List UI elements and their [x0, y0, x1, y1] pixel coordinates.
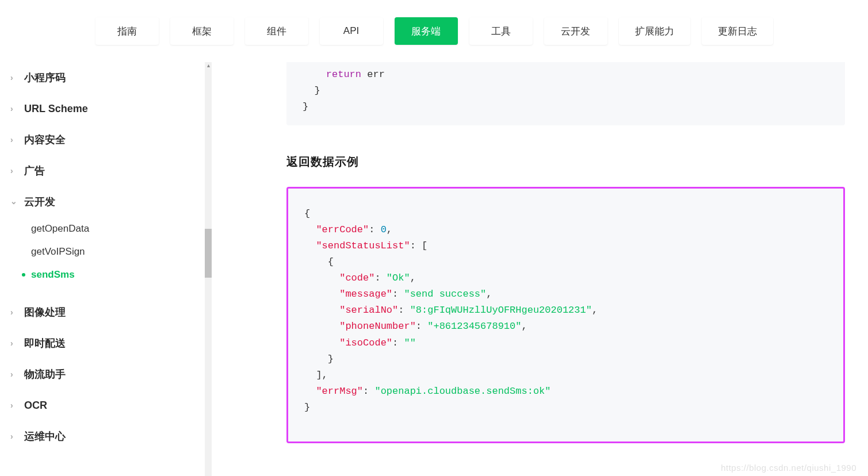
nav-tab-guide[interactable]: 指南	[95, 17, 159, 45]
json-value: "Ok"	[387, 272, 410, 283]
sidebar-item-ocr[interactable]: ›OCR	[5, 390, 212, 421]
chevron-right-icon: ›	[10, 432, 21, 441]
nav-tab-tools[interactable]: 工具	[469, 17, 533, 45]
nav-tab-component[interactable]: 组件	[245, 17, 308, 45]
chevron-right-icon: ›	[10, 166, 21, 175]
nav-tab-label: 更新日志	[718, 25, 757, 38]
nav-tab-changelog[interactable]: 更新日志	[702, 17, 773, 45]
code-snippet-catch: return err } }	[286, 62, 845, 125]
json-key: "isoCode"	[339, 337, 392, 348]
sidebar-item-label: 广告	[24, 164, 45, 178]
sidebar-item-url-scheme[interactable]: ›URL Scheme	[5, 93, 212, 124]
nav-tab-cloud[interactable]: 云开发	[544, 17, 607, 45]
sidebar-item-label: 即时配送	[24, 336, 66, 350]
nav-tab-label: 云开发	[561, 25, 590, 38]
sidebar-item-logistics[interactable]: ›物流助手	[5, 359, 212, 390]
code-var: err	[367, 69, 385, 80]
chevron-right-icon: ›	[10, 401, 21, 410]
sidebar: ›小程序码 ›URL Scheme ›内容安全 ›广告 ⌄云开发 getOpen…	[0, 62, 212, 476]
sidebar-subitem-getopendata[interactable]: getOpenData	[5, 217, 212, 240]
nav-tab-label: API	[343, 25, 359, 37]
code-keyword: return	[326, 69, 361, 80]
json-value: ""	[404, 337, 415, 348]
sidebar-subitem-label: getOpenData	[31, 223, 89, 235]
sidebar-item-ad[interactable]: ›广告	[5, 155, 212, 186]
sidebar-item-label: URL Scheme	[24, 103, 88, 115]
sidebar-subitem-sendsms[interactable]: sendSms	[5, 263, 212, 286]
chevron-right-icon: ›	[10, 339, 21, 348]
chevron-right-icon: ›	[10, 370, 21, 379]
sidebar-subitem-label: sendSms	[31, 269, 75, 281]
code-snippet-json-response: { "errCode": 0, "sendStatusList": [ { "c…	[286, 187, 845, 443]
nav-tab-extend[interactable]: 扩展能力	[619, 17, 690, 45]
json-value: "8:gFIqWUHzllUyOFRHgeu20201231"	[410, 305, 592, 316]
json-key: "errMsg"	[316, 386, 363, 397]
chevron-down-icon: ⌄	[10, 197, 21, 206]
nav-tab-label: 组件	[267, 25, 286, 38]
sidebar-item-label: 云开发	[24, 195, 55, 209]
nav-tab-label: 指南	[117, 25, 137, 38]
nav-tab-api[interactable]: API	[320, 17, 383, 45]
chevron-right-icon: ›	[10, 308, 21, 317]
chevron-right-icon: ›	[10, 135, 21, 144]
sidebar-item-miniprogram-code[interactable]: ›小程序码	[5, 62, 212, 93]
nav-tab-label: 工具	[491, 25, 511, 38]
json-key: "serialNo"	[339, 305, 398, 316]
sidebar-item-content-security[interactable]: ›内容安全	[5, 124, 212, 155]
json-key: "phoneNumber"	[339, 321, 416, 332]
chevron-right-icon: ›	[10, 73, 21, 82]
chevron-right-icon: ›	[10, 104, 21, 113]
sidebar-item-cloud-dev[interactable]: ⌄云开发	[5, 186, 212, 217]
nav-tab-server[interactable]: 服务端	[395, 17, 458, 45]
sidebar-item-label: 图像处理	[24, 305, 66, 319]
content-area: return err } } 返回数据示例 { "errCode": 0, "s…	[212, 62, 868, 476]
watermark-text: https://blog.csdn.net/qiushi_1990	[721, 463, 856, 473]
nav-tab-label: 扩展能力	[635, 25, 674, 38]
top-nav: 指南 框架 组件 API 服务端 工具 云开发 扩展能力 更新日志	[0, 0, 868, 62]
section-title-return-example: 返回数据示例	[286, 154, 845, 170]
json-value: "openapi.cloudbase.sendSms:ok"	[374, 386, 550, 397]
json-key: "code"	[339, 272, 374, 283]
json-key: "message"	[339, 289, 392, 300]
nav-tab-label: 服务端	[411, 25, 441, 38]
json-key: "sendStatusList"	[316, 240, 410, 251]
sidebar-item-label: 物流助手	[24, 367, 66, 381]
sidebar-item-label: 内容安全	[24, 133, 66, 147]
json-value: "send success"	[404, 289, 486, 300]
sidebar-item-label: 运维中心	[24, 429, 66, 443]
sidebar-item-image-proc[interactable]: ›图像处理	[5, 297, 212, 328]
json-key: "errCode"	[316, 224, 369, 235]
json-value: 0	[381, 224, 387, 235]
nav-tab-framework[interactable]: 框架	[170, 17, 234, 45]
nav-tab-label: 框架	[192, 25, 212, 38]
sidebar-item-label: OCR	[24, 400, 47, 412]
sidebar-subitem-getvoipsign[interactable]: getVoIPSign	[5, 240, 212, 263]
sidebar-item-delivery[interactable]: ›即时配送	[5, 328, 212, 359]
sidebar-item-label: 小程序码	[24, 71, 66, 85]
sidebar-item-ops-center[interactable]: ›运维中心	[5, 421, 212, 452]
json-value: "+8612345678910"	[427, 321, 521, 332]
sidebar-subitem-label: getVoIPSign	[31, 246, 85, 258]
